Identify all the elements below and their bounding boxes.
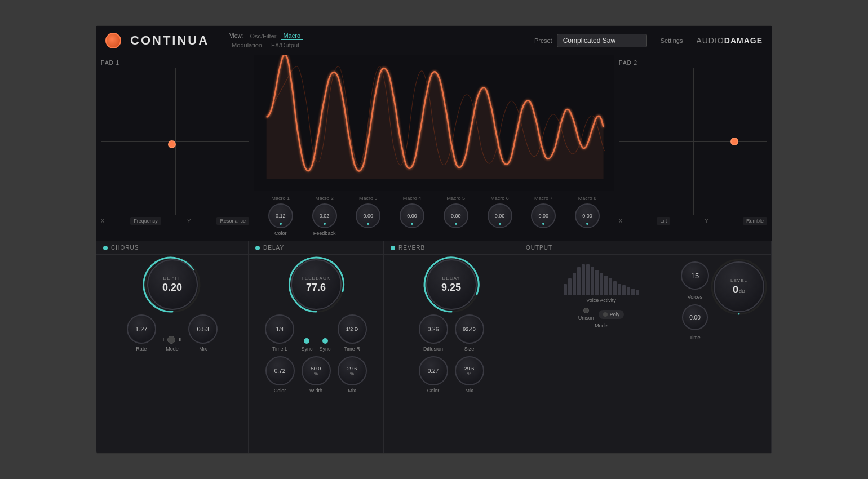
reverb-color-label: Color [427, 388, 440, 393]
reverb-title: REVERB [398, 245, 425, 251]
bar-1 [564, 284, 567, 295]
output-content: Voice Activity Unison Poly [519, 255, 771, 453]
delay-timel-knob[interactable]: 1/4 [265, 314, 294, 344]
pad1-label: PAD 1 [101, 60, 249, 66]
pad2-axis-labels: X Lift Y Rumble [619, 217, 767, 225]
macro8-knob[interactable]: 0.00 [575, 203, 600, 228]
delay-timer-knob[interactable]: 1/2 D [338, 314, 367, 344]
reverb-size-label: Size [464, 346, 475, 352]
main-window: CONTINUA View: Osc/Filter Macro Modulati… [96, 25, 772, 454]
chorus-mix-knob[interactable]: 0.53 [188, 314, 218, 344]
macro-item-8: Macro 8 0.00 [568, 196, 607, 230]
delay-feedback-wrap: FEEDBACK 77.6 [291, 259, 342, 310]
pad1-area: PAD 1 X Frequency Y Resonance [96, 55, 254, 241]
nav-macro[interactable]: Macro [281, 32, 303, 40]
reverb-diffusion-label: Diffusion [423, 346, 443, 352]
macro7-knob[interactable]: 0.00 [531, 203, 556, 228]
delay-sync1-dot[interactable] [304, 338, 309, 344]
macro5-knob[interactable]: 0.00 [444, 203, 468, 228]
nav-osc-filter[interactable]: Osc/Filter [247, 32, 278, 40]
macro-item-5: Macro 5 0.00 [436, 196, 476, 230]
delay-color-col: 0.72 Color [265, 356, 295, 393]
level-wrap: LEVEL 0 dB [714, 261, 764, 312]
pad1-dot[interactable] [168, 140, 176, 148]
poly-toggle[interactable]: Poly [599, 310, 625, 319]
macro2-name: Feedback [313, 230, 336, 236]
nav-fx-output[interactable]: FX/Output [269, 41, 302, 49]
pad2-x-value: Lift [657, 217, 670, 225]
delay-sync2-col: Sync [320, 338, 331, 352]
chorus-header: CHORUS [96, 241, 248, 255]
macro1-label: Macro 1 [272, 196, 290, 201]
chorus-rate-label: Rate [136, 346, 147, 352]
macro2-knob[interactable]: 0.02 [312, 203, 337, 228]
level-knob[interactable]: LEVEL 0 dB [714, 261, 764, 312]
macro6-dot [499, 223, 501, 225]
chorus-rate-col: 1.27 Rate [127, 314, 156, 352]
bar-10 [604, 276, 608, 295]
bar-5 [582, 264, 585, 295]
pad2-dot[interactable] [730, 138, 738, 145]
macro4-knob[interactable]: 0.00 [400, 203, 424, 228]
delay-width-knob[interactable]: 50.0 % [302, 356, 331, 385]
delay-indicator[interactable] [255, 246, 260, 250]
delay-cwm-row: 0.72 Color 50.0 % Width [265, 356, 367, 393]
chorus-title: CHORUS [111, 245, 139, 251]
preset-value[interactable]: Complicated Saw [557, 34, 647, 47]
pad2-canvas[interactable] [619, 68, 767, 215]
logo-icon[interactable] [105, 33, 121, 48]
pad1-x-value: Frequency [130, 217, 161, 225]
pad1-canvas[interactable] [101, 68, 249, 215]
voices-knob[interactable]: 15 [681, 261, 709, 290]
preset-label: Preset [534, 37, 552, 44]
unison-label: Unison [578, 315, 594, 321]
reverb-diffusion-knob[interactable]: 0.26 [419, 314, 448, 344]
macro3-knob[interactable]: 0.00 [356, 203, 380, 228]
center-area: Macro 1 0.12 Color Macro 2 0.02 [254, 55, 614, 241]
macro-item-6: Macro 6 0.00 [480, 196, 520, 230]
pad2-crosshair-v [693, 68, 694, 215]
delay-mix-knob[interactable]: 29.6 % [338, 356, 367, 385]
reverb-mix-col: 29.6 % Mix [455, 356, 484, 393]
bar-12 [613, 281, 617, 295]
pad2-x-label: X [619, 218, 622, 224]
delay-width-col: 50.0 % Width [302, 356, 331, 393]
bar-14 [622, 285, 626, 295]
time-knob[interactable]: 0.00 [682, 304, 708, 330]
delay-color-knob[interactable]: 0.72 [265, 356, 295, 385]
macro6-label: Macro 6 [490, 196, 509, 201]
time-label: Time [689, 335, 701, 340]
macro-item-1: Macro 1 0.12 Color [261, 196, 300, 236]
waveform-area [254, 55, 614, 191]
reverb-size-knob[interactable]: 92.40 [455, 314, 484, 344]
macro5-label: Macro 5 [447, 196, 466, 201]
macro1-knob[interactable]: 0.12 [268, 203, 293, 228]
delay-feedback-knob[interactable]: FEEDBACK 77.6 [291, 259, 342, 310]
macro-item-4: Macro 4 0.00 [392, 196, 432, 230]
unison-dot[interactable] [583, 308, 589, 313]
delay-sync2-dot[interactable] [322, 338, 328, 344]
settings-button[interactable]: Settings [656, 35, 688, 46]
macro-row: Macro 1 0.12 Color Macro 2 0.02 [261, 196, 607, 236]
chorus-depth-knob[interactable]: DEPTH 0.20 [147, 259, 198, 310]
chorus-mix-col: 0.53 Mix [188, 314, 218, 352]
bar-11 [609, 278, 612, 295]
pad1-axis-labels: X Frequency Y Resonance [101, 217, 249, 225]
reverb-color-knob[interactable]: 0.27 [419, 356, 448, 385]
macro6-knob[interactable]: 0.00 [488, 203, 512, 228]
pad2-y-label: Y [705, 218, 708, 224]
brand-name: AUDIODAMAGE [696, 36, 763, 45]
chorus-rate-knob[interactable]: 1.27 [127, 314, 156, 344]
nav-modulation[interactable]: Modulation [229, 41, 264, 49]
chorus-content: DEPTH 0.20 1.27 Rate [96, 255, 248, 453]
reverb-indicator[interactable] [391, 246, 395, 250]
macro1-dot [280, 223, 282, 225]
macro-section: Macro 1 0.12 Color Macro 2 0.02 [254, 191, 614, 241]
voice-activity-section: Voice Activity Unison Poly [526, 261, 676, 329]
app-title: CONTINUA [130, 33, 209, 48]
chorus-mode-toggle[interactable]: I II [163, 336, 182, 344]
reverb-color-col: 0.27 Color [419, 356, 448, 393]
reverb-decay-knob[interactable]: DECAY 9.25 [426, 259, 477, 310]
reverb-mix-knob[interactable]: 29.6 % [455, 356, 484, 385]
chorus-indicator[interactable] [103, 246, 108, 250]
